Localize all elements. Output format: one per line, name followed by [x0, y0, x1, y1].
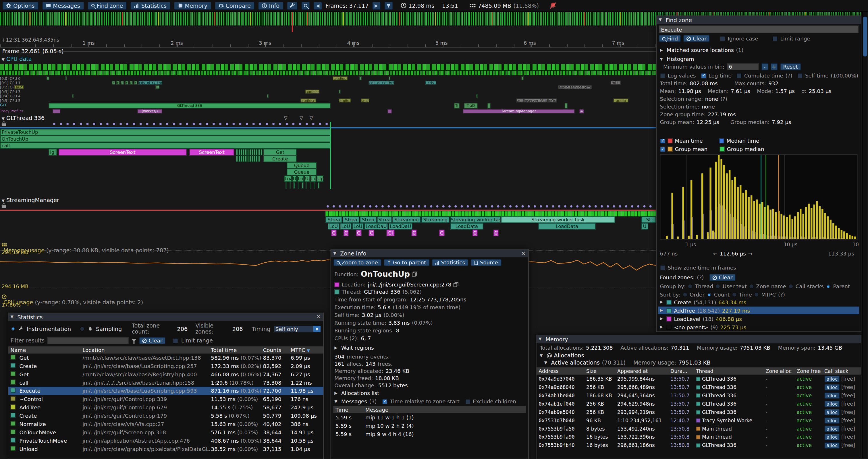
allocations-toggle[interactable]: ▼@ Allocations — [536, 351, 861, 359]
options-button[interactable]: Options — [2, 1, 38, 10]
message-dot[interactable] — [266, 123, 268, 125]
message-dot[interactable] — [388, 205, 390, 207]
group-by-radio[interactable] — [788, 284, 793, 289]
zone-bar[interactable] — [236, 156, 260, 162]
message-dot[interactable] — [552, 205, 554, 207]
message-dot[interactable] — [564, 205, 566, 207]
cpu-usage-header[interactable]: CPU usage (y-range: 0.78%, visible data … — [2, 294, 143, 305]
message-dot[interactable] — [375, 205, 378, 207]
collapse-icon[interactable]: ▼ — [659, 18, 662, 22]
time-relative-checkbox[interactable] — [382, 399, 388, 404]
zone-bar[interactable] — [318, 182, 319, 189]
cpu-segment[interactable]: audio. — [339, 98, 351, 102]
zone-bar[interactable]: Strea — [360, 217, 377, 223]
zone-bar[interactable]: C — [411, 230, 417, 236]
cpu-segment[interactable] — [72, 94, 74, 98]
message-dot[interactable] — [312, 123, 314, 125]
cumulate-time-checkbox[interactable] — [737, 73, 742, 78]
thread-track-segment[interactable] — [565, 103, 567, 108]
alloc-button[interactable]: alloc — [824, 392, 840, 399]
sort-by-radio[interactable] — [754, 292, 759, 297]
message-dot[interactable] — [503, 205, 505, 207]
cpu-segment[interactable]: c — [125, 81, 129, 85]
message-dot[interactable] — [100, 123, 102, 125]
message-dot[interactable] — [219, 123, 221, 125]
compare-button[interactable]: Compare — [215, 1, 254, 10]
zone-bar[interactable]: Loa — [284, 175, 292, 182]
thread-track-segment[interactable]: GLThread 336 — [49, 103, 331, 108]
zone-bar[interactable]: C — [369, 230, 374, 236]
frame-dropdown-button[interactable]: ▼ — [384, 1, 393, 10]
message-dot[interactable] — [326, 123, 328, 125]
group-by-radio[interactable] — [749, 284, 754, 289]
zone-marker-icon[interactable]: ▽ — [284, 116, 287, 121]
memory-table-row[interactable]: 0x74ab9e5040256 KB293,994,219ns13:50.7GL… — [536, 407, 861, 416]
memory-titlebar[interactable]: ▼Memory — [536, 335, 861, 343]
zone-bar[interactable] — [298, 182, 299, 189]
zone-bar[interactable]: Up — [316, 175, 323, 182]
found-clear-button[interactable]: Clear — [709, 274, 736, 281]
cpu-segment[interactable]: c — [116, 81, 120, 85]
copy-icon[interactable] — [412, 271, 417, 276]
zone-bar[interactable]: LoadData — [538, 223, 595, 230]
message-dot[interactable] — [412, 205, 414, 207]
zone-bar[interactable]: igi — [49, 149, 57, 155]
stats-table-row[interactable]: Executejni/../jni/src/claw/base/LuaScrip… — [8, 387, 323, 395]
find-clear-button[interactable]: Clear — [683, 35, 710, 42]
message-dot[interactable] — [140, 123, 142, 125]
cpu-segment[interactable]: c — [134, 81, 137, 85]
message-dot[interactable] — [53, 123, 56, 125]
message-dot[interactable] — [424, 205, 426, 207]
zone-bar[interactable]: St — [641, 217, 656, 223]
stats-table-row[interactable]: OnTouchMovejni/../jni/src/guif/Screen.cp… — [8, 428, 323, 437]
sampling-radio[interactable] — [80, 326, 85, 331]
funnel-icon[interactable] — [132, 339, 136, 342]
fz-limit-range-checkbox[interactable] — [773, 36, 778, 41]
stats-limit-range-checkbox[interactable] — [173, 338, 178, 343]
zone-marker-icon[interactable]: ▽ — [300, 116, 303, 121]
message-dot[interactable] — [522, 205, 524, 207]
zone-bar[interactable]: Strea — [326, 217, 342, 223]
zone-bar[interactable]: Ci — [386, 230, 395, 236]
bin-minus-button[interactable]: - — [761, 63, 768, 70]
message-dot[interactable] — [351, 205, 353, 207]
message-dot[interactable] — [515, 205, 518, 207]
thread-track-segment[interactable]: Ti — [454, 103, 459, 108]
statistics-titlebar[interactable]: ▼Statistics× — [8, 313, 323, 321]
zone-bar[interactable]: LoU — [340, 223, 351, 230]
zone-bar[interactable]: Streaming — [393, 217, 421, 223]
message-dot[interactable] — [306, 123, 308, 125]
message-dot[interactable] — [279, 123, 281, 125]
stats-table-row[interactable]: PrivateTouchMovejni/../jni/application/A… — [8, 437, 323, 445]
found-zone-group[interactable]: ▶Create(54,131)643.34 ms — [658, 298, 859, 306]
zone-bar[interactable]: Up — [305, 175, 310, 182]
log-time-checkbox[interactable] — [701, 73, 706, 78]
message-dot[interactable] — [570, 205, 572, 207]
zone-bar[interactable]: Streaming worker tas — [450, 217, 500, 223]
zone-bar[interactable]: Streaming worker task — [501, 217, 615, 223]
statistics-button[interactable]: Statistics — [130, 1, 170, 10]
close-icon[interactable]: × — [521, 251, 526, 256]
zone-bar[interactable]: U — [641, 223, 648, 230]
cpu-segment[interactable] — [65, 76, 67, 80]
zone-bar[interactable]: Strea — [343, 217, 359, 223]
memory-table-row[interactable]: 0x7553b9fa9016 bytes153,722,396ns13:50.8… — [536, 433, 861, 441]
message-dot[interactable] — [357, 205, 359, 207]
message-dot[interactable] — [491, 205, 493, 207]
message-dot[interactable] — [153, 123, 155, 125]
message-dot[interactable] — [126, 123, 128, 125]
vertical-scrollbar[interactable] — [862, 12, 867, 458]
zone-bar[interactable]: Get — [264, 149, 297, 155]
go-to-parent-button[interactable]: ↑Go to parent — [383, 259, 429, 266]
streaming-activity-strip[interactable] — [326, 211, 656, 216]
found-zone-group[interactable]: ▶<no parent>(9)225.73 µs — [658, 323, 859, 331]
message-dot[interactable] — [246, 123, 248, 125]
cpu-segment[interactable]: cds_ol_rx_threa — [369, 81, 394, 85]
message-dot[interactable] — [239, 123, 242, 125]
message-dot[interactable] — [286, 123, 288, 125]
message-dot[interactable] — [146, 123, 149, 125]
self-time-checkbox[interactable] — [797, 73, 803, 78]
zone-bar[interactable] — [306, 182, 307, 189]
message-dot[interactable] — [333, 205, 335, 207]
stats-table-row[interactable]: AddTreejni/../jni/src/guif/Control.cpp:6… — [8, 403, 323, 412]
